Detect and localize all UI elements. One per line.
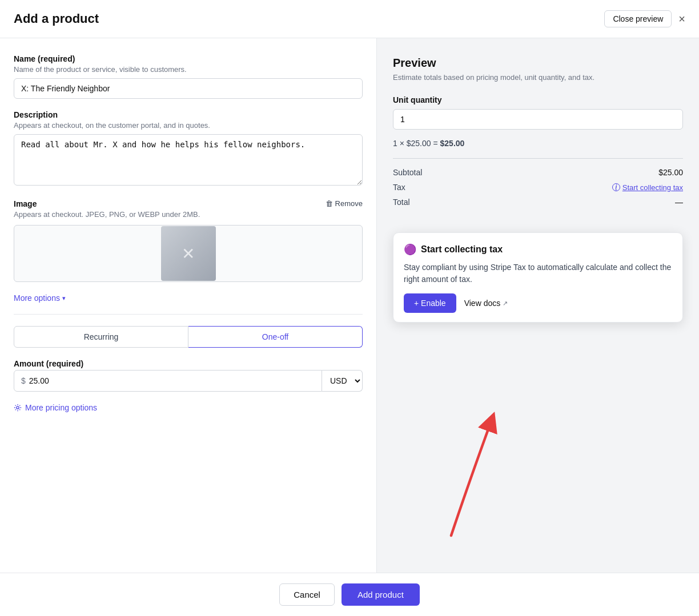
image-upload-box[interactable] [14, 225, 363, 282]
left-panel: Name (required) Name of the product or s… [0, 38, 377, 573]
amount-input[interactable] [29, 371, 315, 390]
tooltip-actions: + Enable View docs ↗ [404, 293, 672, 313]
tooltip-header: 🟣 Start collecting tax [404, 243, 672, 256]
description-sublabel: Appears at checkout, on the customer por… [14, 121, 363, 130]
info-icon: i [612, 183, 620, 191]
close-preview-button[interactable]: Close preview [604, 10, 672, 27]
description-input[interactable]: Read all about Mr. X and how he helps hi… [14, 134, 363, 186]
preview-subtitle: Estimate totals based on pricing model, … [393, 73, 683, 82]
start-collecting-tax-link[interactable]: i Start collecting tax [612, 183, 683, 192]
tax-row: Tax i Start collecting tax [393, 183, 683, 192]
amount-input-wrapper: $ [14, 370, 322, 392]
view-docs-button[interactable]: View docs ↗ [464, 299, 508, 308]
external-link-icon: ↗ [503, 300, 508, 307]
name-group: Name (required) Name of the product or s… [14, 54, 363, 99]
image-label: Image [14, 199, 200, 208]
name-label: Name (required) [14, 54, 363, 63]
calc-row: 1 × $25.00 = $25.00 [393, 139, 683, 148]
main-content: Name (required) Name of the product or s… [0, 38, 699, 573]
page-title: Add a product [14, 11, 99, 26]
preview-divider [393, 158, 683, 159]
image-group: Image Appears at checkout. JPEG, PNG, or… [14, 199, 363, 282]
more-pricing-options-button[interactable]: More pricing options [14, 403, 97, 412]
tab-oneoff[interactable]: One-off [188, 326, 363, 348]
description-group: Description Appears at checkout, on the … [14, 110, 363, 188]
description-label: Description [14, 110, 363, 119]
amount-group: Amount (required) $ USD EUR GBP [14, 359, 363, 392]
tooltip-body: Stay compliant by using Stripe Tax to au… [404, 261, 672, 285]
gear-icon [14, 404, 22, 412]
currency-select[interactable]: USD EUR GBP [322, 370, 363, 392]
page-header: Add a product Close preview × [0, 0, 699, 38]
amount-prefix: $ [21, 376, 26, 385]
unit-qty-input[interactable] [393, 109, 683, 130]
add-product-button[interactable]: Add product [342, 583, 420, 606]
cancel-button[interactable]: Cancel [279, 583, 335, 606]
tooltip-icon: 🟣 [404, 243, 416, 256]
enable-button[interactable]: + Enable [404, 293, 456, 313]
name-sublabel: Name of the product or service, visible … [14, 65, 363, 74]
amount-label: Amount (required) [14, 359, 363, 368]
trash-icon: 🗑 [326, 199, 333, 208]
image-sublabel: Appears at checkout. JPEG, PNG, or WEBP … [14, 210, 200, 219]
name-input[interactable] [14, 78, 363, 99]
remove-image-button[interactable]: 🗑 Remove [326, 199, 363, 208]
more-options-button[interactable]: More options ▾ [14, 293, 66, 303]
svg-point-0 [17, 406, 19, 409]
chevron-down-icon: ▾ [62, 295, 66, 302]
preview-title: Preview [393, 57, 683, 70]
footer: Cancel Add product [0, 573, 699, 616]
header-actions: Close preview × [604, 10, 685, 27]
pricing-tabs: Recurring One-off [14, 326, 363, 348]
tab-recurring[interactable]: Recurring [14, 326, 188, 348]
unit-qty-label: Unit quantity [393, 95, 683, 104]
total-row: Total — [393, 198, 683, 207]
tax-tooltip: 🟣 Start collecting tax Stay compliant by… [393, 232, 683, 323]
subtotal-row: Subtotal $25.00 [393, 168, 683, 177]
close-icon-button[interactable]: × [678, 13, 685, 25]
red-arrow [434, 393, 514, 541]
right-panel: Preview Estimate totals based on pricing… [377, 38, 699, 573]
product-image [161, 226, 216, 281]
divider [14, 314, 363, 315]
